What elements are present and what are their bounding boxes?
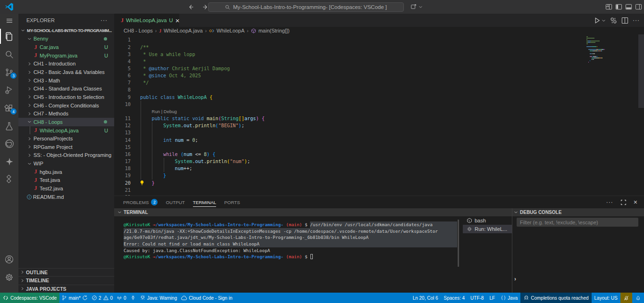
activity-source-control-icon[interactable]: 3 <box>0 63 18 81</box>
activity-extensions-icon[interactable]: 4 <box>0 99 18 117</box>
java-file-icon: J <box>33 44 38 51</box>
indentation-item[interactable]: Spaces: 4 <box>441 293 468 303</box>
open-changes-icon[interactable] <box>610 17 617 24</box>
tree-folder-CH7 - Methods[interactable]: CH7 - Methods <box>18 109 114 118</box>
tree-file-Test.java[interactable]: JTest.java <box>18 176 114 185</box>
editor-scrollbar[interactable] <box>638 34 644 108</box>
terminal-tab-bash[interactable]: bash <box>463 216 512 225</box>
activity-search-icon[interactable] <box>0 45 18 63</box>
panel-tab-terminal[interactable]: TERMINAL <box>193 196 217 208</box>
panel-tab-output[interactable]: OUTPUT <box>166 196 184 208</box>
activity-copilot-icon[interactable] <box>0 153 18 171</box>
tree-file-hgbu.java[interactable]: Jhgbu.java <box>18 168 114 176</box>
activity-run-debug-icon[interactable] <box>0 81 18 99</box>
git-untracked-badge: U <box>104 53 108 58</box>
tree-folder-CH4 - Standard Java Classes[interactable]: CH4 - Standard Java Classes <box>18 84 114 93</box>
panel-more-actions-icon[interactable]: ··· <box>606 199 613 205</box>
panel-tab-ports[interactable]: PORTS <box>224 196 240 208</box>
breadcrumb-method[interactable]: main(String[]) <box>259 28 290 33</box>
toggle-secondary-sidebar-icon[interactable] <box>635 3 642 10</box>
tab-close-icon[interactable]: × <box>176 16 180 25</box>
git-branch-item[interactable]: main* <box>59 293 90 303</box>
activity-testing-icon[interactable] <box>0 117 18 135</box>
activity-bar: 3 4 <box>0 14 18 293</box>
problems-item[interactable]: 2 0 <box>90 293 115 303</box>
toggle-panel-icon[interactable] <box>625 3 632 10</box>
tree-folder-CH3 - Math[interactable]: CH3 - Math <box>18 76 114 85</box>
tree-file-README.md[interactable]: iREADME.md <box>18 193 114 201</box>
tree-file-Test2.java[interactable]: JTest2.java <box>18 184 114 193</box>
activity-remote-explorer-icon[interactable] <box>0 171 18 188</box>
tree-folder-CH6 - Complex Conditionals[interactable]: CH6 - Complex Conditionals <box>18 101 114 110</box>
close-panel-icon[interactable]: × <box>634 198 637 206</box>
terminal-output[interactable]: @KirisutoK →/workspaces/My-School-Labs-I… <box>124 221 457 260</box>
sync-icon <box>82 295 88 301</box>
tree-folder-Benny[interactable]: Benny <box>18 35 114 43</box>
tree-folder-WIP[interactable]: WIP <box>18 159 114 168</box>
code-editor[interactable]: 12/**3 * Use a while lopp4 *5 * @author … <box>114 35 644 196</box>
code-line-16: 16 while (num <= 8) { <box>114 151 644 158</box>
encoding-item[interactable]: UTF-8 <box>468 293 486 303</box>
terminal-scrollbar[interactable] <box>458 220 459 267</box>
maximize-panel-icon[interactable] <box>620 199 627 205</box>
keyboard-layout-item[interactable]: Layout: US <box>592 293 620 303</box>
tree-folder-CH1 - Introduction[interactable]: CH1 - Introduction <box>18 60 114 68</box>
command-center-search[interactable]: My-School-Labs-Intro-to-Programming- [Co… <box>208 2 404 12</box>
run-java-icon[interactable] <box>594 17 601 24</box>
tree-item-label: CH3 - Math <box>33 78 60 83</box>
codespace-actions-button[interactable] <box>410 3 423 10</box>
codelens-run-debug[interactable]: Run | Debug <box>152 109 177 114</box>
debug-filter-input[interactable]: Filter (e.g. text, !exclude, \escape) <box>517 218 638 227</box>
section-java-projects[interactable]: JAVA PROJECTS <box>18 285 114 293</box>
eol-item[interactable]: LF <box>486 293 498 303</box>
notifications-bell-item[interactable] <box>632 293 644 303</box>
debug-filter-placeholder: Filter (e.g. text, !exclude, \escape) <box>520 220 598 225</box>
forward-arrow-icon[interactable] <box>202 4 209 10</box>
bell-slash-icon <box>623 295 629 301</box>
minimap-line <box>592 46 596 47</box>
language-mode-item[interactable]: Java <box>498 293 520 303</box>
back-arrow-icon[interactable] <box>188 4 194 10</box>
tree-folder-CH2 - Basic Java && Variables[interactable]: CH2 - Basic Java && Variables <box>18 68 114 76</box>
activity-github-icon[interactable] <box>0 135 18 153</box>
customize-layout-icon[interactable] <box>605 3 612 10</box>
breadcrumb-file[interactable]: WhileLoopA.java <box>164 28 203 33</box>
tree-folder-CH8 - Loops[interactable]: CH8 - Loops <box>18 118 114 126</box>
run-dropdown-icon[interactable] <box>602 18 606 23</box>
minimap-line <box>597 46 597 47</box>
java-status-item[interactable]: Java: Warning <box>138 293 179 303</box>
cloud-code-item[interactable]: Cloud Code - Sign in <box>179 293 234 303</box>
cursor-position-item[interactable]: Ln 20, Col 6 <box>410 293 441 303</box>
activity-explorer-icon[interactable] <box>0 27 18 45</box>
settings-gear-icon[interactable] <box>0 268 18 286</box>
explorer-actions-icon[interactable]: ··· <box>100 17 108 24</box>
split-editor-icon[interactable] <box>621 17 628 24</box>
tree-folder-PersonalProjects[interactable]: PersonalProjects <box>18 134 114 143</box>
screencast-warning-item[interactable] <box>620 293 632 303</box>
lightbulb-icon[interactable] <box>139 180 145 186</box>
section-outline[interactable]: OUTLINE <box>18 268 114 277</box>
breadcrumb-class[interactable]: WhileLoopA <box>217 28 244 33</box>
tree-folder-MY-SCHOOL-LABS-INTRO-TO-PROGRAMM...[interactable]: MY-SCHOOL-LABS-INTRO-TO-PROGRAMM... <box>18 26 114 35</box>
panel-tab-problems[interactable]: PROBLEMS2 <box>123 196 158 208</box>
tree-folder-SS: - Object-Oriented Programing[interactable]: SS: - Object-Oriented Programing <box>18 151 114 160</box>
section-timeline[interactable]: TIMELINE <box>18 276 114 285</box>
tree-folder-CH5 - Introduction to Selection[interactable]: CH5 - Introduction to Selection <box>18 93 114 101</box>
breadcrumb-folder[interactable]: CH8 - Loops <box>124 28 153 33</box>
accounts-icon[interactable] <box>0 250 18 268</box>
copilot-quota-item[interactable]: Completions quota reached <box>520 293 591 303</box>
toggle-sidebar-icon[interactable] <box>615 3 622 10</box>
debug-consoles-item[interactable] <box>128 293 138 303</box>
terminal-section-header[interactable]: TERMINAL <box>114 210 148 215</box>
tab-whileloopa[interactable]: J WhileLoopA.java U × <box>114 14 179 27</box>
terminal-tab-runwhilel[interactable]: Run: WhileL... <box>463 225 512 233</box>
remote-indicator[interactable]: Codespaces: VSCode <box>0 293 59 303</box>
tree-folder-RPGame Project[interactable]: RPGame Project <box>18 143 114 151</box>
forwarded-ports-item[interactable]: 0 <box>115 293 128 303</box>
breadcrumb-separator: › <box>205 28 207 33</box>
tree-file-MyProgram.java[interactable]: JMyProgram.javaU <box>18 51 114 60</box>
tree-file-Car.java[interactable]: JCar.javaU <box>18 43 114 51</box>
tree-file-WhileLoopA.java[interactable]: JWhileLoopA.javaU <box>18 126 114 135</box>
editor-more-actions-icon[interactable]: ··· <box>633 17 640 24</box>
menu-icon[interactable] <box>0 14 18 27</box>
